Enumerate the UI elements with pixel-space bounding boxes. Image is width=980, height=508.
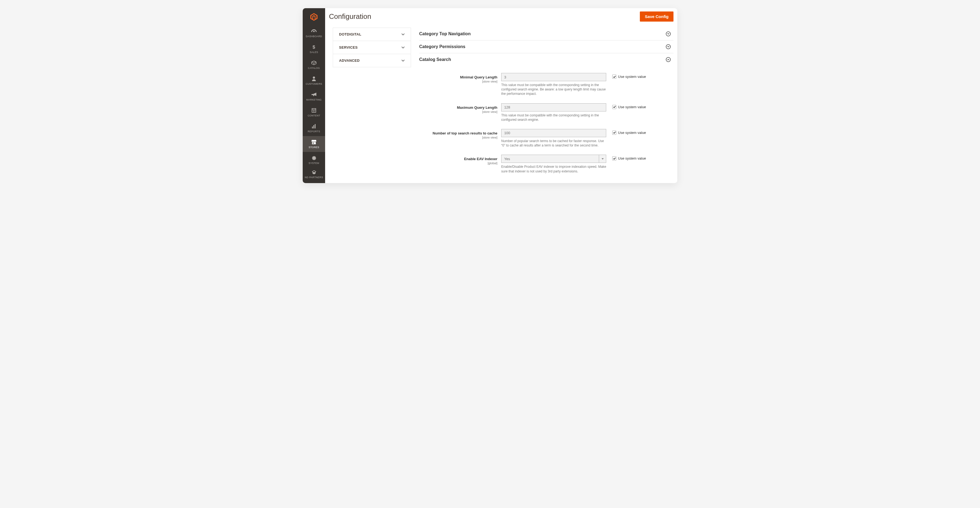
field-note: This value must be compatible with the c…	[501, 83, 606, 96]
checkbox-label: Use system value	[618, 131, 646, 135]
nav-label: CONTENT	[308, 114, 320, 117]
field-scope: [store view]	[419, 136, 497, 139]
magento-logo-icon	[310, 13, 318, 21]
checkbox-checked-icon	[612, 105, 616, 109]
nav-item-sales[interactable]: $ SALES	[303, 41, 325, 57]
config-nav-label: SERVICES	[339, 45, 358, 49]
chevron-down-icon	[401, 59, 405, 63]
nav-label: ND PARTNERS	[305, 176, 323, 179]
gear-icon	[312, 155, 317, 161]
nav-item-catalog[interactable]: CATALOG	[303, 57, 325, 73]
checkbox-checked-icon	[612, 75, 616, 79]
nav-item-content[interactable]: CONTENT	[303, 105, 325, 120]
bars-icon	[312, 124, 316, 129]
dollar-icon: $	[312, 44, 315, 50]
checkbox-label: Use system value	[618, 75, 646, 79]
section-head-perms[interactable]: Category Permissions	[419, 40, 673, 53]
nav-label: DASHBOARD	[306, 35, 322, 38]
page-header: Configuration Save Config	[325, 8, 677, 28]
field-note: This value must be compatible with the c…	[501, 113, 606, 122]
section-head-topnav[interactable]: Category Top Navigation	[419, 28, 673, 40]
expand-icon	[666, 32, 671, 37]
collapse-icon	[666, 57, 671, 62]
config-nav-label: ADVANCED	[339, 59, 360, 63]
svg-rect-2	[312, 127, 313, 129]
config-nav-dotdigital[interactable]: DOTDIGITAL	[333, 28, 411, 41]
use-system-value-checkbox[interactable]: Use system value	[606, 103, 646, 109]
expand-icon	[666, 44, 671, 49]
nav-item-dashboard[interactable]: DASHBOARD	[303, 25, 325, 41]
cache-results-input[interactable]	[501, 129, 606, 137]
page-title: Configuration	[329, 12, 371, 21]
field-scope: [store view]	[419, 110, 497, 113]
nav-label: REPORTS	[308, 130, 320, 133]
field-note: Enable/Disable Product EAV indexer to im…	[501, 165, 606, 173]
field-scope: [store view]	[419, 80, 497, 83]
checkbox-checked-icon	[612, 131, 616, 135]
nav-label: MARKETING	[306, 98, 321, 101]
content-row: DOTDIGITAL SERVICES ADVANCED	[325, 28, 677, 176]
field-label: Number of top search results to cache	[433, 131, 497, 135]
min-query-input[interactable]	[501, 73, 606, 81]
field-row-min-query: Minimal Query Length [store view] This v…	[419, 73, 673, 96]
field-note: Number of popular search terms to be cac…	[501, 139, 606, 148]
nav-label: STORES	[309, 146, 320, 149]
nav-label: CUSTOMERS	[306, 83, 322, 85]
config-nav-services[interactable]: SERVICES	[333, 41, 411, 54]
dropdown-arrow-icon	[599, 155, 606, 163]
checkbox-label: Use system value	[618, 156, 646, 160]
select-value: Yes	[504, 157, 510, 161]
nav-item-partners[interactable]: ND PARTNERS	[303, 168, 325, 180]
use-system-value-checkbox[interactable]: Use system value	[606, 155, 646, 160]
eav-indexer-select[interactable]: Yes	[501, 155, 606, 163]
puzzle-icon	[312, 170, 317, 175]
checkbox-label: Use system value	[618, 105, 646, 109]
store-icon	[312, 140, 317, 145]
nav-label: CATALOG	[308, 67, 320, 70]
svg-rect-4	[315, 124, 315, 129]
field-label: Enable EAV Indexer	[464, 157, 497, 161]
save-config-button[interactable]: Save Config	[640, 11, 673, 22]
box-icon	[312, 60, 317, 65]
svg-text:$: $	[313, 44, 315, 49]
nav-item-stores[interactable]: STORES	[303, 136, 325, 152]
field-scope: [global]	[419, 162, 497, 165]
app-window: DASHBOARD $ SALES CATALOG CUSTOMERS MARK…	[303, 8, 677, 183]
max-query-input[interactable]	[501, 103, 606, 111]
main: Configuration Save Config DOTDIGITAL SER…	[325, 8, 677, 183]
logo	[303, 8, 325, 25]
nav-item-marketing[interactable]: MARKETING	[303, 89, 325, 105]
field-row-cache-results: Number of top search results to cache [s…	[419, 129, 673, 148]
use-system-value-checkbox[interactable]: Use system value	[606, 73, 646, 79]
nav-label: SALES	[310, 51, 318, 54]
use-system-value-checkbox[interactable]: Use system value	[606, 129, 646, 135]
field-label: Maximum Query Length	[457, 105, 497, 110]
config-body: Category Top Navigation Category Permiss…	[411, 28, 677, 176]
chevron-down-icon	[401, 32, 405, 37]
sidebar: DASHBOARD $ SALES CATALOG CUSTOMERS MARK…	[303, 8, 325, 183]
section-head-search[interactable]: Catalog Search	[419, 53, 673, 66]
config-nav-label: DOTDIGITAL	[339, 32, 361, 37]
nav-item-system[interactable]: SYSTEM	[303, 152, 325, 168]
nav-item-customers[interactable]: CUSTOMERS	[303, 73, 325, 89]
section-title: Category Permissions	[419, 44, 465, 49]
config-nav: DOTDIGITAL SERVICES ADVANCED	[333, 28, 411, 67]
layout-icon	[312, 108, 316, 113]
nav-item-reports[interactable]: REPORTS	[303, 120, 325, 136]
section-title: Catalog Search	[419, 57, 451, 62]
svg-point-1	[313, 76, 315, 79]
chevron-down-icon	[401, 45, 405, 49]
person-icon	[312, 76, 316, 81]
megaphone-icon	[312, 92, 317, 97]
checkbox-checked-icon	[612, 156, 616, 160]
field-row-eav-indexer: Enable EAV Indexer [global] Yes Enable/D…	[419, 155, 673, 173]
svg-rect-3	[313, 125, 314, 129]
gauge-icon	[311, 29, 317, 34]
field-row-max-query: Maximum Query Length [store view] This v…	[419, 103, 673, 122]
section-title: Category Top Navigation	[419, 32, 471, 37]
field-label: Minimal Query Length	[460, 75, 497, 79]
nav-label: SYSTEM	[309, 162, 320, 165]
config-nav-advanced[interactable]: ADVANCED	[333, 54, 411, 67]
